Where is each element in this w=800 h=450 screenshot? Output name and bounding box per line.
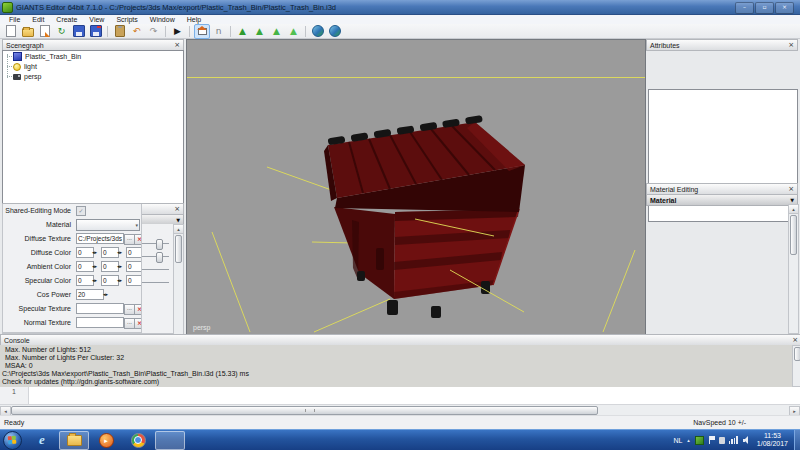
import-file-icon[interactable]	[37, 24, 53, 39]
terrain-detail-icon[interactable]: ▲	[286, 24, 302, 39]
chrome-icon	[131, 433, 146, 448]
material-scroll-up-icon[interactable]: ▴	[789, 205, 798, 214]
close-button[interactable]: ×	[775, 2, 794, 14]
frame-selected-icon[interactable]	[194, 24, 210, 39]
material-scrollbar[interactable]: ▴	[788, 204, 799, 334]
action-center-flag-icon[interactable]	[708, 436, 715, 444]
toolbar-separator	[189, 26, 190, 37]
diffuse-texture-input[interactable]: C:/Projects/3ds Ma	[76, 233, 124, 244]
viewport-3d[interactable]: persp	[186, 39, 646, 335]
system-tray: NL ▴ 11:53 1/08/2017	[673, 430, 800, 450]
console-line: Check for updates (http://gdn.giants-sof…	[0, 378, 792, 386]
show-desktop-button[interactable]	[794, 430, 800, 450]
console-title: Console	[4, 337, 30, 344]
scenegraph-node-persp[interactable]: persp	[13, 72, 183, 81]
radius-slider-thumb[interactable]	[156, 239, 163, 250]
clock[interactable]: 11:53 1/08/2017	[757, 432, 788, 448]
scenegraph-node-light[interactable]: light	[13, 62, 183, 71]
menu-create[interactable]: Create	[50, 16, 83, 23]
menu-edit[interactable]: Edit	[26, 16, 50, 23]
language-indicator[interactable]: NL	[673, 437, 682, 444]
horizontal-scrollbar[interactable]: ◂ ▸	[0, 404, 800, 415]
save-icon[interactable]	[71, 24, 87, 39]
taskbar-explorer[interactable]	[59, 431, 89, 450]
material-row-diffuse-texture: Diffuse TextureC:/Projects/3ds Ma...×	[3, 232, 141, 246]
material-section-bar[interactable]: Material ▼	[646, 195, 798, 206]
refresh-icon[interactable]: ↻	[54, 24, 70, 39]
ie-icon: e	[39, 432, 45, 448]
console-scroll-thumb[interactable]	[794, 347, 800, 361]
specular-color-value-2[interactable]: 0	[126, 275, 142, 286]
clock-time: 11:53	[757, 432, 788, 440]
menu-scripts[interactable]: Scripts	[110, 16, 143, 23]
console-line: C:\Projects\3ds Max\export\Plastic_Trash…	[0, 370, 792, 378]
diffuse-color-value-2[interactable]: 0	[126, 247, 142, 258]
reload-scripts-icon[interactable]	[310, 24, 326, 39]
hidden-icons-chevron-icon[interactable]: ▴	[687, 437, 690, 443]
specular-texture-clear-icon[interactable]: ×	[134, 304, 142, 315]
opacity-slider-thumb[interactable]	[156, 252, 163, 263]
taskbar-chrome[interactable]	[123, 431, 153, 450]
material-close-icon[interactable]: ×	[788, 186, 794, 193]
terrain-scroll-thumb[interactable]	[175, 235, 182, 263]
shared-editing-checkbox[interactable]: ✓	[76, 206, 86, 216]
terrain-foliage-icon[interactable]: ▲	[269, 24, 285, 39]
export-icon[interactable]	[88, 24, 104, 39]
cos-power-input[interactable]: 20	[76, 289, 104, 300]
menu-view[interactable]: View	[83, 16, 110, 23]
terrain-paint-icon[interactable]: ▲	[252, 24, 268, 39]
spinner-icon[interactable]: ◂▸	[92, 263, 97, 269]
light-icon	[13, 63, 21, 71]
new-file-icon[interactable]	[3, 24, 19, 39]
console-close-icon[interactable]: ×	[792, 337, 798, 344]
settings-icon[interactable]	[327, 24, 343, 39]
tray-color-icon[interactable]	[695, 436, 704, 445]
material-collapse-icon[interactable]: ▼	[790, 197, 794, 203]
terrain-sculpt-icon[interactable]: ▲	[235, 24, 251, 39]
spinner-icon[interactable]: ◂▸	[92, 277, 97, 283]
menu-help[interactable]: Help	[181, 16, 207, 23]
scenegraph-node-plastic_trash_bin[interactable]: Plastic_Trash_Bin	[13, 52, 183, 61]
menu-window[interactable]: Window	[144, 16, 181, 23]
play-icon[interactable]: ▶	[170, 24, 186, 39]
ambient-color-value-2[interactable]: 0	[126, 261, 142, 272]
network-icon[interactable]	[729, 436, 739, 444]
normal-texture-clear-icon[interactable]: ×	[134, 318, 142, 329]
volume-icon[interactable]	[743, 436, 751, 444]
specular-texture-input[interactable]	[76, 303, 124, 314]
n-toggle-icon[interactable]: n	[211, 24, 227, 39]
console-scrollbar[interactable]	[792, 345, 800, 387]
toolbar: ↻↶↷▶n▲▲▲▲	[0, 24, 800, 39]
terrain-scrollbar[interactable]: ▴	[173, 224, 184, 335]
paste-icon[interactable]	[112, 24, 128, 39]
redo-icon[interactable]: ↷	[146, 24, 162, 39]
attributes-close-icon[interactable]: ×	[788, 42, 794, 49]
material-scroll-thumb[interactable]	[790, 215, 797, 255]
scenegraph-close-icon[interactable]: ×	[174, 42, 180, 49]
material-dropdown[interactable]: ▾	[76, 219, 140, 231]
app-icon	[2, 2, 13, 13]
script-input-area[interactable]: 1	[0, 387, 800, 404]
taskbar-internet-explorer[interactable]: e	[27, 431, 57, 450]
undo-icon[interactable]: ↶	[129, 24, 145, 39]
start-button[interactable]	[3, 431, 22, 450]
spinner-icon[interactable]: ◂▸	[117, 249, 122, 255]
open-file-icon[interactable]	[20, 24, 36, 39]
spinner-icon[interactable]: ◂▸	[92, 249, 97, 255]
terrain-scroll-up-icon[interactable]: ▴	[174, 225, 183, 234]
terrain-close-icon[interactable]: ×	[174, 206, 180, 213]
spinner-icon[interactable]: ◂▸	[117, 277, 122, 283]
console-line: MSAA: 0	[0, 362, 792, 370]
tray-app-icon[interactable]	[719, 437, 725, 444]
taskbar-media-player[interactable]: ▸	[91, 431, 121, 450]
brush-collapse-icon[interactable]: ▼	[176, 217, 180, 223]
diffuse-texture-clear-icon[interactable]: ×	[134, 234, 142, 245]
spinner-icon[interactable]: ◂▸	[103, 291, 108, 297]
maximize-button[interactable]: ▫	[755, 2, 774, 14]
normal-texture-input[interactable]	[76, 317, 124, 328]
scroll-thumb[interactable]	[11, 406, 598, 415]
minimize-button[interactable]: –	[735, 2, 754, 14]
spinner-icon[interactable]: ◂▸	[117, 263, 122, 269]
taskbar-giants-editor[interactable]	[155, 431, 185, 450]
menu-file[interactable]: File	[3, 16, 26, 23]
